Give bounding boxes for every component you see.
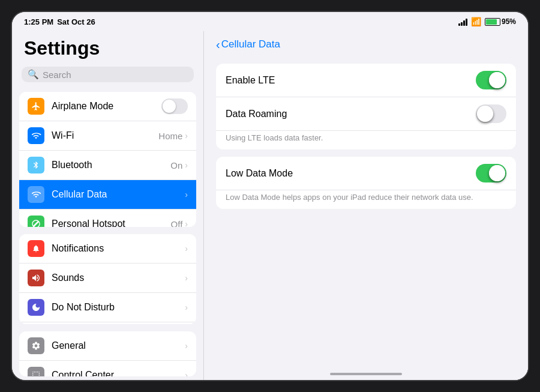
status-right: 📶 95% [458, 17, 516, 26]
airplane-mode-icon [28, 98, 44, 115]
status-bar: 1:25 PM Sat Oct 26 📶 95% [12, 12, 528, 31]
control-center-icon [28, 367, 44, 376]
detail-row-data-roaming: Data Roaming [216, 97, 516, 131]
cellular-data-chevron: › [185, 190, 188, 199]
data-roaming-label: Data Roaming [226, 109, 476, 119]
detail-panel: ‹ Cellular Data Enable LTE Data Roaming [204, 31, 528, 380]
notifications-chevron: › [185, 244, 188, 253]
bluetooth-label: Bluetooth [52, 160, 170, 170]
cellular-data-label: Cellular Data [52, 189, 185, 200]
back-button[interactable]: ‹ Cellular Data [216, 38, 280, 50]
search-bar[interactable]: 🔍 Search [22, 67, 194, 82]
low-data-mode-toggle[interactable] [476, 164, 506, 182]
sidebar-item-do-not-disturb[interactable]: Do Not Disturb › [19, 293, 196, 322]
sidebar-section-general: General › Control Center › [19, 331, 196, 376]
personal-hotspot-label: Personal Hotspot [52, 219, 171, 227]
low-data-mode-label: Low Data Mode [226, 168, 476, 179]
main-content: Settings 🔍 Search Airplane Mode [12, 31, 528, 380]
back-chevron-icon: ‹ [216, 38, 220, 50]
do-not-disturb-icon [28, 299, 44, 316]
search-icon: 🔍 [28, 69, 39, 80]
airplane-mode-label: Airplane Mode [52, 101, 161, 112]
low-data-note: Low Data Mode helps apps on your iPad re… [216, 190, 516, 209]
bluetooth-value: On [170, 160, 182, 170]
sidebar-item-sounds[interactable]: Sounds › [19, 264, 196, 293]
lte-note: Using LTE loads data faster. [216, 131, 516, 149]
control-center-label: Control Center [52, 370, 185, 376]
do-not-disturb-label: Do Not Disturb [52, 302, 185, 313]
detail-header: ‹ Cellular Data [204, 31, 528, 58]
wifi-label: Wi-Fi [52, 130, 158, 141]
bluetooth-chevron: › [185, 160, 188, 170]
control-center-chevron: › [185, 370, 188, 376]
wifi-value: Home [158, 131, 182, 141]
general-chevron: › [185, 341, 188, 351]
sidebar-item-control-center[interactable]: Control Center › [19, 361, 196, 376]
detail-section-lte: Enable LTE Data Roaming Using LTE loads … [216, 64, 516, 149]
home-indicator [204, 368, 528, 380]
sidebar-item-general[interactable]: General › [19, 331, 196, 361]
airplane-mode-toggle[interactable] [161, 98, 188, 114]
home-bar [330, 373, 402, 375]
personal-hotspot-value: Off [171, 219, 183, 228]
sounds-icon [28, 270, 44, 286]
detail-row-low-data-mode: Low Data Mode [216, 157, 516, 190]
cellular-data-icon [28, 186, 44, 203]
sounds-label: Sounds [52, 273, 185, 283]
sidebar-item-screen-time[interactable]: Screen Time › [19, 322, 196, 324]
sidebar-title: Settings [12, 31, 203, 64]
data-roaming-toggle[interactable] [476, 104, 506, 123]
sidebar-item-wifi[interactable]: Wi-Fi Home › [19, 121, 196, 151]
enable-lte-toggle[interactable] [476, 71, 506, 89]
wifi-icon [28, 127, 44, 144]
status-left: 1:25 PM Sat Oct 26 [24, 17, 95, 26]
battery-percent: 95% [502, 17, 516, 26]
wifi-status-icon: 📶 [471, 17, 481, 26]
signal-icon [458, 17, 467, 26]
ipad-frame: 1:25 PM Sat Oct 26 📶 95% [12, 12, 528, 380]
general-label: General [52, 340, 185, 351]
sidebar-section-system: Notifications › Sounds › Do Not Dist [19, 234, 196, 324]
dnd-chevron: › [185, 303, 188, 312]
battery-icon: 95% [485, 17, 516, 26]
sidebar: Settings 🔍 Search Airplane Mode [12, 31, 204, 380]
detail-body: Enable LTE Data Roaming Using LTE loads … [204, 58, 528, 368]
bluetooth-icon [28, 157, 44, 173]
sidebar-item-airplane-mode[interactable]: Airplane Mode [19, 92, 196, 121]
sidebar-item-personal-hotspot[interactable]: Personal Hotspot Off › [19, 210, 196, 227]
sidebar-item-notifications[interactable]: Notifications › [19, 234, 196, 264]
wifi-chevron: › [185, 131, 188, 140]
enable-lte-label: Enable LTE [226, 75, 476, 86]
hotspot-chevron: › [185, 219, 188, 227]
back-label: Cellular Data [221, 38, 280, 50]
notifications-label: Notifications [52, 243, 185, 254]
sounds-chevron: › [185, 273, 188, 283]
sidebar-section-connectivity: Airplane Mode Wi-Fi Home › [19, 92, 196, 227]
status-date: Sat Oct 26 [57, 17, 95, 26]
search-placeholder: Search [43, 70, 71, 80]
status-time: 1:25 PM [24, 17, 53, 26]
general-icon [28, 337, 44, 354]
sidebar-item-cellular-data[interactable]: Cellular Data › [19, 180, 196, 210]
notifications-icon [28, 240, 44, 257]
detail-row-enable-lte: Enable LTE [216, 64, 516, 97]
sidebar-item-bluetooth[interactable]: Bluetooth On › [19, 151, 196, 180]
detail-section-data-mode: Low Data Mode Low Data Mode helps apps o… [216, 157, 516, 209]
personal-hotspot-icon [28, 216, 44, 227]
